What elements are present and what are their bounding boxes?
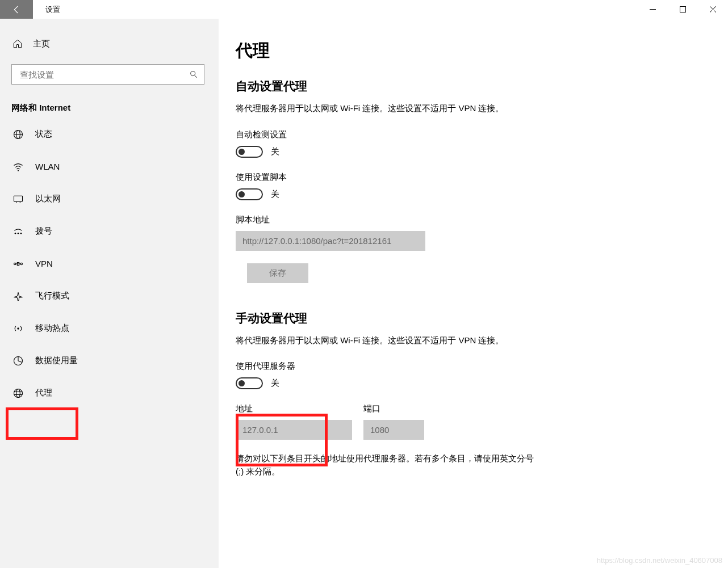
titlebar: 设置	[0, 0, 728, 19]
minimize-button[interactable]	[638, 0, 668, 19]
search-icon	[189, 70, 198, 79]
script-toggle[interactable]	[236, 188, 263, 200]
script-toggle-label: 使用设置脚本	[236, 172, 711, 183]
sidebar-home[interactable]: 主页	[0, 30, 219, 57]
svg-point-13	[15, 233, 16, 234]
use-proxy-label: 使用代理服务器	[236, 361, 711, 372]
search-box[interactable]	[11, 64, 204, 85]
proxy-icon	[12, 388, 24, 399]
script-address-label: 脚本地址	[236, 214, 711, 225]
sidebar-item-label: 以太网	[35, 193, 61, 204]
auto-detect-state: 关	[271, 146, 279, 157]
svg-point-17	[20, 263, 22, 264]
auto-detect-toggle[interactable]	[236, 146, 263, 158]
manual-proxy-description: 将代理服务器用于以太网或 Wi-Fi 连接。这些设置不适用于 VPN 连接。	[236, 334, 542, 347]
sidebar-item-proxy[interactable]: 代理	[0, 377, 219, 409]
auto-detect-label: 自动检测设置	[236, 129, 711, 140]
airplane-icon	[12, 291, 24, 302]
script-address-input[interactable]	[236, 231, 425, 251]
port-input[interactable]	[363, 420, 424, 440]
vpn-icon	[12, 258, 24, 270]
home-icon	[12, 39, 23, 49]
address-input[interactable]	[236, 420, 352, 440]
sidebar-item-label: 移动热点	[35, 323, 69, 334]
sidebar-item-hotspot[interactable]: 移动热点	[0, 312, 219, 344]
sidebar-item-label: WLAN	[35, 162, 60, 171]
sidebar-item-dialup[interactable]: 拨号	[0, 215, 219, 247]
svg-point-14	[18, 233, 19, 234]
data-icon	[12, 355, 24, 367]
window-controls	[638, 0, 728, 19]
arrow-left-icon	[11, 5, 22, 15]
sidebar-item-data[interactable]: 数据使用量	[0, 344, 219, 377]
annotation-highlight	[6, 407, 78, 440]
wifi-icon	[12, 161, 24, 172]
bypass-description: 请勿对以下列条目开头的地址使用代理服务器。若有多个条目，请使用英文分号 (;) …	[236, 452, 542, 478]
window-title: 设置	[33, 0, 60, 19]
script-toggle-state: 关	[271, 189, 279, 200]
search-input[interactable]	[20, 70, 189, 79]
address-label: 地址	[236, 403, 352, 414]
auto-proxy-title: 自动设置代理	[236, 78, 711, 94]
svg-rect-10	[14, 196, 23, 201]
sidebar-item-label: 状态	[35, 129, 52, 140]
auto-proxy-description: 将代理服务器用于以太网或 Wi-Fi 连接。这些设置不适用于 VPN 连接。	[236, 102, 542, 115]
sidebar-item-label: 数据使用量	[35, 355, 78, 366]
sidebar-item-status[interactable]: 状态	[0, 118, 219, 150]
sidebar-item-ethernet[interactable]: 以太网	[0, 183, 219, 215]
dialup-icon	[12, 226, 24, 237]
manual-proxy-title: 手动设置代理	[236, 310, 711, 326]
page-title: 代理	[236, 39, 711, 62]
svg-line-5	[195, 75, 197, 78]
close-button[interactable]	[698, 0, 728, 19]
svg-point-4	[191, 71, 195, 76]
sidebar-item-label: 拨号	[35, 226, 52, 237]
svg-rect-1	[680, 7, 686, 12]
hotspot-icon	[12, 323, 24, 334]
sidebar-item-label: VPN	[35, 259, 53, 268]
sidebar-item-label: 飞行模式	[35, 291, 69, 301]
svg-point-23	[16, 389, 20, 397]
svg-point-22	[14, 389, 23, 397]
svg-point-20	[17, 327, 19, 329]
sidebar-item-label: 代理	[35, 388, 52, 398]
use-proxy-toggle[interactable]	[236, 377, 263, 389]
svg-point-15	[20, 233, 22, 234]
sidebar-item-wlan[interactable]: WLAN	[0, 150, 219, 183]
save-button[interactable]: 保存	[247, 263, 308, 283]
status-icon	[12, 129, 24, 140]
maximize-button[interactable]	[668, 0, 698, 19]
svg-point-9	[18, 170, 19, 171]
svg-point-16	[14, 263, 16, 264]
watermark: https://blog.csdn.net/weixin_40607008	[597, 556, 722, 565]
content-area: 代理 自动设置代理 将代理服务器用于以太网或 Wi-Fi 连接。这些设置不适用于…	[219, 19, 728, 568]
sidebar-item-airplane[interactable]: 飞行模式	[0, 280, 219, 312]
use-proxy-state: 关	[271, 378, 279, 389]
sidebar: 主页 网络和 Internet 状态 WLAN 以太网 拨号 VPN	[0, 19, 219, 568]
ethernet-icon	[12, 193, 24, 205]
sidebar-home-label: 主页	[33, 39, 50, 49]
port-label: 端口	[363, 403, 424, 414]
sidebar-item-vpn[interactable]: VPN	[0, 247, 219, 280]
back-button[interactable]	[0, 0, 33, 19]
sidebar-section-header: 网络和 Internet	[0, 85, 219, 118]
